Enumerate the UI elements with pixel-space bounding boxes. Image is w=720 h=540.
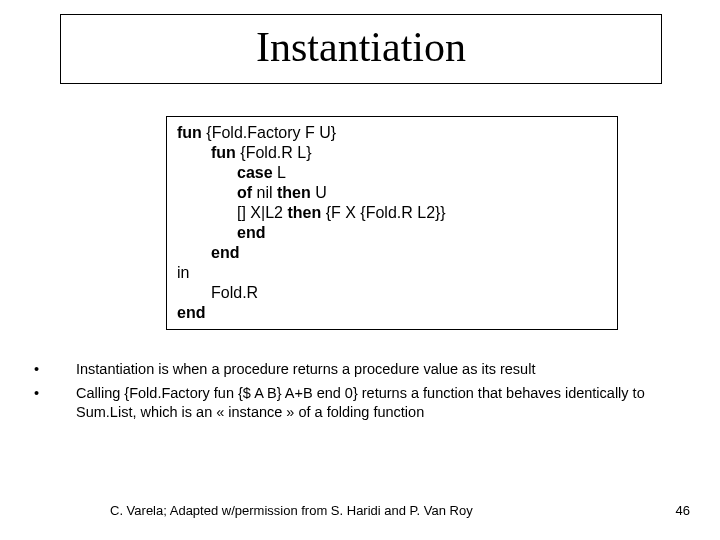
code-line-3: case L xyxy=(177,163,607,183)
page-number: 46 xyxy=(676,503,690,518)
code-block: fun {Fold.Factory F U} fun {Fold.R L} ca… xyxy=(166,116,618,330)
code-line-2: fun {Fold.R L} xyxy=(177,143,607,163)
bullet-1-text: Instantiation is when a procedure return… xyxy=(76,360,690,380)
code-line-8: in xyxy=(177,263,607,283)
code-line-9: Fold.R xyxy=(177,283,607,303)
footer-credit: C. Varela; Adapted w/permission from S. … xyxy=(110,503,473,518)
code-line-6: end xyxy=(177,223,607,243)
code-line-10: end xyxy=(177,303,607,323)
bullet-2-text: Calling {Fold.Factory fun {$ A B} A+B en… xyxy=(76,384,690,423)
code-line-4: of nil then U xyxy=(177,183,607,203)
code-line-7: end xyxy=(177,243,607,263)
slide-title: Instantiation xyxy=(256,24,466,70)
code-line-5: [] X|L2 then {F X {Fold.R L2}} xyxy=(177,203,607,223)
bullet-1: • Instantiation is when a procedure retu… xyxy=(30,360,690,380)
title-box: Instantiation xyxy=(60,14,662,84)
slide: Instantiation fun {Fold.Factory F U} fun… xyxy=(0,0,720,540)
bullet-icon: • xyxy=(30,384,76,423)
bullet-icon: • xyxy=(30,360,76,380)
code-line-1: fun {Fold.Factory F U} xyxy=(177,123,607,143)
bullet-list: • Instantiation is when a procedure retu… xyxy=(30,360,690,427)
bullet-2: • Calling {Fold.Factory fun {$ A B} A+B … xyxy=(30,384,690,423)
